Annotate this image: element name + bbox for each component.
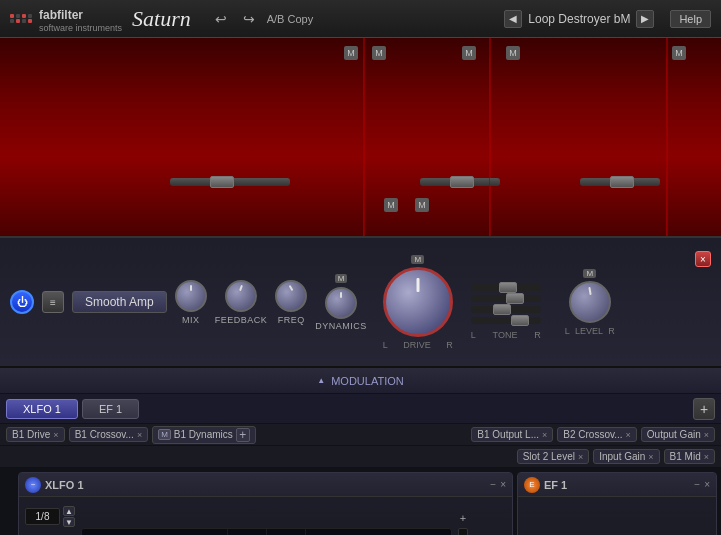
xlfo-minimize-button[interactable]: − bbox=[490, 479, 496, 490]
mod-sources-row-left: B1 Drive × B1 Crossov... × M B1 Dynamics… bbox=[0, 424, 721, 446]
rate-down-button[interactable]: ▼ bbox=[63, 517, 75, 527]
band-name-label[interactable]: Smooth Amp bbox=[72, 291, 167, 313]
tone-label: TONE bbox=[493, 330, 518, 340]
mod-source-outputgain: Output Gain × bbox=[641, 427, 715, 442]
tabs-bar: XLFO 1 EF 1 + bbox=[0, 394, 721, 424]
product-name: Saturn bbox=[132, 6, 191, 32]
xlfo-header-buttons: − × bbox=[490, 479, 506, 490]
m-badge-7[interactable]: M bbox=[415, 198, 429, 212]
mod-source-b2crossov-label: B2 Crossov... bbox=[563, 429, 622, 440]
help-button[interactable]: Help bbox=[670, 10, 711, 28]
mod-source-b1crossov-close[interactable]: × bbox=[137, 430, 142, 440]
m-badge-3[interactable]: M bbox=[462, 46, 476, 60]
add-tab-button[interactable]: + bbox=[693, 398, 715, 420]
preset-name: Loop Destroyer bM bbox=[528, 12, 630, 26]
xlfo-vert-bar[interactable] bbox=[458, 528, 468, 536]
drive-knob[interactable] bbox=[383, 267, 453, 337]
drive-lr-labels: L DRIVE R bbox=[383, 340, 453, 350]
level-knob-body[interactable] bbox=[569, 281, 611, 323]
next-preset-button[interactable]: ▶ bbox=[636, 10, 654, 28]
tone-slider-4[interactable] bbox=[471, 317, 541, 324]
mod-source-slot2level-close[interactable]: × bbox=[578, 452, 583, 462]
tone-l-label: L bbox=[471, 330, 476, 340]
dynamics-label: DYNAMICS bbox=[315, 321, 367, 331]
m-badge-4[interactable]: M bbox=[506, 46, 520, 60]
display-slider-3[interactable] bbox=[580, 178, 660, 186]
m-badge-6[interactable]: M bbox=[384, 198, 398, 212]
xlfo-rate-display: 1/8 bbox=[25, 508, 60, 525]
mod-source-b1mid-label: B1 Mid bbox=[670, 451, 701, 462]
level-knob-indicator bbox=[588, 286, 591, 294]
m-badge-1[interactable]: M bbox=[344, 46, 358, 60]
mod-source-b1output-close[interactable]: × bbox=[542, 430, 547, 440]
band-type-button[interactable]: ≡ bbox=[42, 291, 64, 313]
level-knob[interactable] bbox=[569, 281, 611, 323]
m-badge-5[interactable]: M bbox=[672, 46, 686, 60]
logo-grid bbox=[10, 14, 33, 23]
ef-title: EF 1 bbox=[544, 479, 567, 491]
level-m-badge[interactable]: M bbox=[583, 269, 596, 278]
rate-up-button[interactable]: ▲ bbox=[63, 506, 75, 516]
mod-source-b1drive-label: B1 Drive bbox=[12, 429, 50, 440]
ef-panel: E EF 1 − × ↑ ↓ ATTACK bbox=[517, 472, 717, 535]
close-button[interactable]: × bbox=[695, 251, 711, 267]
display-slider-1[interactable] bbox=[170, 178, 290, 186]
display-slider-2[interactable] bbox=[420, 178, 500, 186]
modulation-bar[interactable]: ▲ MODULATION bbox=[0, 368, 721, 394]
freq-knob-body[interactable] bbox=[275, 280, 307, 312]
mod-source-b1dynamics-m[interactable]: M bbox=[158, 429, 171, 440]
mod-source-b1output: B1 Output L... × bbox=[471, 427, 553, 442]
tab-xlfo1[interactable]: XLFO 1 bbox=[6, 399, 78, 419]
tab-ef1[interactable]: EF 1 bbox=[82, 399, 139, 419]
mod-source-b2crossov-close[interactable]: × bbox=[626, 430, 631, 440]
main-display: M M M M M M M bbox=[0, 38, 721, 238]
mod-source-inputgain-close[interactable]: × bbox=[648, 452, 653, 462]
tone-slider-2[interactable] bbox=[471, 295, 541, 302]
ef-close-button[interactable]: × bbox=[704, 479, 710, 490]
feedback-knob-indicator bbox=[239, 284, 243, 290]
feedback-knob[interactable]: FEEDBACK bbox=[215, 280, 268, 325]
m-badge-2[interactable]: M bbox=[372, 46, 386, 60]
mix-knob-body[interactable] bbox=[175, 280, 207, 312]
xlfo-close-button[interactable]: × bbox=[500, 479, 506, 490]
mod-source-b1mid-close[interactable]: × bbox=[704, 452, 709, 462]
mod-source-b1crossov: B1 Crossov... × bbox=[69, 427, 149, 442]
ab-copy-section: A/B Copy bbox=[267, 13, 313, 25]
tone-lr-labels: L TONE R bbox=[471, 330, 541, 340]
band-strip: ⏻ ≡ Smooth Amp MIX FEEDBACK FREQ M DYNAM… bbox=[0, 238, 721, 368]
dynamics-knob[interactable] bbox=[325, 287, 357, 319]
mod-source-outputgain-close[interactable]: × bbox=[704, 430, 709, 440]
ef-content: ↑ ↓ ATTACK RELEASE bbox=[518, 497, 716, 535]
xlfo-panel: ~ XLFO 1 − × 1/8 ▲ ▼ bbox=[18, 472, 513, 535]
brand-sub: software instruments bbox=[39, 23, 122, 33]
logo-dot bbox=[16, 14, 20, 18]
power-button[interactable]: ⏻ bbox=[10, 290, 34, 314]
prev-preset-button[interactable]: ◀ bbox=[504, 10, 522, 28]
dynamics-section: M DYNAMICS bbox=[315, 274, 367, 331]
xlfo-plus-button[interactable]: + bbox=[460, 512, 466, 524]
meter-line-1 bbox=[363, 58, 364, 236]
mod-source-b1dynamics-plus[interactable]: + bbox=[236, 428, 250, 442]
drive-knob-body[interactable] bbox=[383, 267, 453, 337]
mod-source-slot2level: Slot 2 Level × bbox=[517, 449, 590, 464]
mod-sources-row-2: Slot 2 Level × Input Gain × B1 Mid × bbox=[0, 446, 721, 468]
dynamics-m-badge[interactable]: M bbox=[335, 274, 348, 283]
feedback-knob-body[interactable] bbox=[225, 280, 257, 312]
dynamics-knob-body[interactable] bbox=[325, 287, 357, 319]
mix-knob[interactable]: MIX bbox=[175, 280, 207, 325]
redo-button[interactable]: ↪ bbox=[239, 9, 259, 29]
freq-knob[interactable]: FREQ bbox=[275, 280, 307, 325]
level-label: LEVEL bbox=[575, 326, 603, 336]
mod-source-b1drive-close[interactable]: × bbox=[53, 430, 58, 440]
mix-knob-indicator bbox=[190, 285, 192, 291]
undo-button[interactable]: ↩ bbox=[211, 9, 231, 29]
xlfo-waveform: 1 2 3 4 bbox=[81, 528, 452, 536]
mix-label: MIX bbox=[182, 315, 200, 325]
tone-slider-3[interactable] bbox=[471, 306, 541, 313]
mod-source-b1dynamics-label: B1 Dynamics bbox=[174, 429, 233, 440]
drive-m-badge[interactable]: M bbox=[411, 255, 424, 264]
ef-minimize-button[interactable]: − bbox=[694, 479, 700, 490]
tone-slider-1[interactable] bbox=[471, 284, 541, 291]
mod-arrow-icon: ▲ bbox=[317, 376, 325, 385]
xlfo-rate-area: 1/8 ▲ ▼ bbox=[25, 506, 75, 527]
